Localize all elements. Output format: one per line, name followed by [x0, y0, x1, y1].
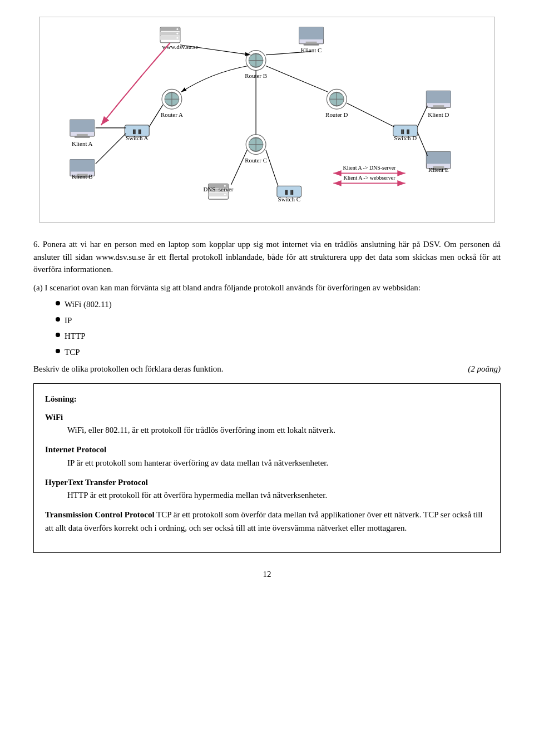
network-diagram: www.dsv.su.se Klient C Router B	[39, 17, 495, 223]
ip-heading: Internet Protocol	[45, 445, 106, 454]
svg-rect-35	[431, 107, 446, 109]
svg-text:▐▌▐▌: ▐▌▐▌	[400, 129, 411, 135]
svg-point-9	[176, 33, 178, 34]
beskriv-text: Beskriv de olika protokollen och förklar…	[33, 363, 224, 375]
solution-box: Lösning: WiFi WiFi, eller 802.11, är ett…	[33, 383, 501, 553]
protocol-list: WiFi (802.11) IP HTTP TCP	[56, 298, 501, 358]
tcp-section: Transmission Control Protocol TCP är ett…	[45, 508, 489, 535]
svg-rect-50	[70, 160, 95, 172]
svg-point-8	[176, 28, 178, 30]
svg-text:Switch C: Switch C	[278, 196, 300, 202]
page-number: 12	[33, 570, 501, 579]
svg-text:▐▌▐▌: ▐▌▐▌	[131, 129, 142, 135]
list-item-text: HTTP	[65, 330, 86, 343]
sub-question-a-header: (a) I scenariot ovan kan man förvänta si…	[33, 281, 501, 294]
svg-line-86	[266, 150, 278, 186]
svg-text:Router C: Router C	[245, 157, 267, 164]
svg-text:Klient A: Klient A	[72, 140, 92, 147]
svg-rect-46	[77, 134, 88, 136]
list-item-text: IP	[65, 314, 72, 327]
svg-line-85	[231, 150, 247, 185]
svg-rect-15	[304, 44, 319, 46]
svg-rect-45	[70, 120, 95, 132]
ip-body-text: IP är ett protokoll som hanterar överför…	[67, 458, 328, 467]
sub-question-a-label: (a)	[33, 283, 43, 292]
wifi-body: WiFi, eller 802.11, är ett protokoll för…	[67, 424, 489, 437]
question-6: 6. Ponera att vi har en person med en la…	[33, 238, 501, 375]
svg-rect-14	[306, 42, 317, 44]
svg-text:Klient B: Klient B	[72, 173, 92, 180]
svg-rect-34	[433, 105, 444, 107]
sub-question-a: (a) I scenariot ovan kan man förvänta si…	[33, 281, 501, 375]
bullet-icon	[56, 301, 60, 305]
solution-title: Lösning:	[45, 393, 489, 406]
bullet-icon	[56, 333, 60, 337]
svg-text:Router A: Router A	[161, 111, 183, 118]
svg-line-82	[347, 103, 394, 127]
ip-section: Internet Protocol IP är ett protokoll so…	[45, 443, 489, 470]
question-footer: Beskriv de olika protokollen och förklar…	[33, 363, 501, 375]
svg-point-10	[176, 37, 178, 39]
question-6-intro: 6. Ponera att vi har en person med en la…	[33, 238, 501, 276]
sub-question-a-text: I scenariot ovan kan man förvänta sig at…	[44, 283, 421, 292]
svg-rect-47	[75, 136, 90, 138]
svg-rect-55	[426, 152, 451, 164]
list-item-text: TCP	[65, 346, 80, 359]
tcp-heading: Transmission Control Protocol	[45, 510, 155, 519]
ip-body: IP är ett protokoll som hanterar överför…	[67, 457, 489, 470]
svg-line-81	[96, 134, 126, 164]
svg-rect-33	[426, 91, 451, 103]
svg-text:DNS–server: DNS–server	[203, 186, 233, 192]
list-item-text: WiFi (802.11)	[65, 298, 112, 311]
svg-text:Klient E: Klient E	[428, 166, 449, 173]
svg-text:Klient A -> DNS-server: Klient A -> DNS-server	[343, 165, 396, 171]
http-heading: HyperText Transfer Protocol	[45, 478, 148, 487]
bullet-icon	[56, 349, 60, 353]
list-item: TCP	[56, 346, 501, 359]
http-body: HTTP är ett protokoll för att överföra h…	[67, 489, 489, 502]
svg-line-83	[418, 106, 428, 127]
http-body-text: HTTP är ett protokoll för att överföra h…	[67, 491, 327, 500]
svg-text:Switch D: Switch D	[394, 135, 417, 141]
svg-line-77	[266, 66, 328, 92]
svg-text:Switch A: Switch A	[126, 135, 149, 141]
svg-text:▐▌▐▌: ▐▌▐▌	[284, 190, 295, 195]
wifi-heading: WiFi	[45, 413, 63, 422]
wifi-body-text: WiFi, eller 802.11, är ett protokoll för…	[67, 426, 335, 434]
list-item: HTTP	[56, 330, 501, 343]
http-section: HyperText Transfer Protocol HTTP är ett …	[45, 476, 489, 502]
svg-text:Router D: Router D	[325, 111, 348, 118]
points-text: (2 poäng)	[468, 363, 501, 375]
svg-text:Klient D: Klient D	[428, 111, 449, 118]
list-item: WiFi (802.11)	[56, 298, 501, 311]
svg-rect-13	[299, 27, 324, 39]
wifi-section: WiFi WiFi, eller 802.11, är ett protokol…	[45, 411, 489, 437]
svg-point-70	[224, 194, 226, 195]
list-item: IP	[56, 314, 501, 327]
svg-text:Klient A -> webbserver: Klient A -> webbserver	[343, 175, 395, 181]
bullet-icon	[56, 317, 60, 322]
svg-line-84	[418, 132, 428, 156]
